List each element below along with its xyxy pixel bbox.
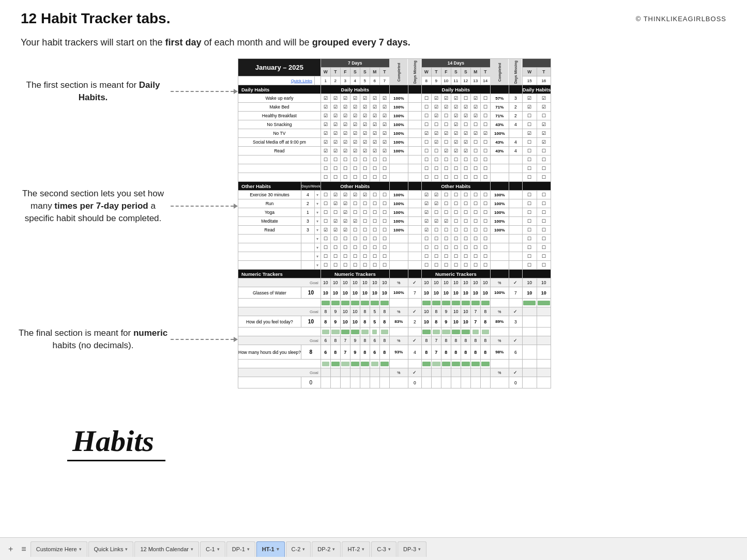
subtitle-text2: of each month and will be	[202, 37, 312, 48]
d2-f: F	[441, 68, 451, 76]
annotation-2-arrow	[171, 204, 238, 209]
sheets-menu-button[interactable]: ≡	[17, 545, 30, 554]
missing-2-header: Days Missing	[509, 59, 522, 85]
tab-dp3[interactable]: DP-3 ▾	[398, 541, 426, 557]
other-habits-label-left: Other Habits	[238, 182, 301, 191]
tab-c3-label: C-3	[377, 546, 386, 552]
daynum-6: 6	[370, 76, 379, 85]
seg3-label	[522, 59, 551, 68]
other-habit-yoga: Yoga 1 ▾ ☐☐☑☐☐☐☐ 100% ☑☐☐☐☐☐☐ 100% ☐☐	[238, 208, 551, 217]
oh-exercise-days: 4	[301, 191, 314, 199]
oh-meditate-dd[interactable]: ▾	[314, 217, 321, 226]
tracker-sleep-name-row: How many hours did you sleep? 8 6879868 …	[238, 345, 551, 360]
arrowhead-3	[234, 337, 238, 342]
daynum-8: 8	[421, 76, 431, 85]
wake-pct2: 57%	[490, 94, 509, 103]
other-habits-section: Other Habits Days/Week Other Habits Othe…	[238, 182, 551, 191]
tab-dp2-label: DP-2	[317, 546, 330, 552]
d1-t2: T	[379, 68, 389, 76]
arrowhead-2	[234, 204, 238, 209]
other-empty-4: ▾ ☐☐☐☐☐☐☐ ☐☐☐☐☐☐☐ ☐☐	[238, 261, 551, 270]
numeric-label-seg1: Numeric Trackers	[321, 270, 389, 278]
annotation-2: The second section lets you set how many…	[16, 188, 238, 224]
other-habit-exercise: Exercise 30 minutes 4 ▾ ☐☑☑☑☑☐☐ 100% ☑☑☐…	[238, 191, 551, 199]
habit-row-bed: Make Bed ☑☑☑☑☑☑☑ 100% ☐☑☑☑☑☑☐ 71%2 ☑☑	[238, 103, 551, 112]
d1-f: F	[340, 68, 350, 76]
empty-row-3: ☐☐☐☐☐☐☐ ☐☐☐☐☐☐☐ ☐☐	[238, 173, 551, 182]
tracker-water-bar-row	[238, 299, 551, 307]
other-habit-read: Read 3 ▾ ☑☑☑☐☐☐☐ 100% ☑☐☐☐☐☐☐ 100% ☐☐	[238, 226, 551, 235]
tab-ht1[interactable]: HT-1 ▾	[256, 541, 285, 557]
tab-quick-links-dropdown: ▾	[125, 547, 128, 552]
tab-c1[interactable]: C-1 ▾	[200, 541, 225, 557]
tab-customize-here[interactable]: Customize Here ▾	[31, 541, 87, 557]
7days-label: 7 Days	[321, 59, 389, 68]
sleep-goal-val: 8	[301, 345, 321, 360]
feel-goal-label: Goal	[238, 307, 321, 316]
daynum-7: 7	[379, 76, 389, 85]
daynum-1: 1	[321, 76, 330, 85]
tab-12-month-label: 12 Month Calendar	[140, 546, 189, 552]
habit-snacking-name: No Snacking	[238, 120, 321, 129]
daynum-11: 11	[451, 76, 461, 85]
tab-12-month-calendar[interactable]: 12 Month Calendar ▾	[134, 541, 199, 557]
tab-c2-label: C-2	[292, 546, 301, 552]
spreadsheet-area: January – 2025 7 Days Completed Days Mis…	[238, 58, 747, 497]
tab-c1-dropdown: ▾	[217, 547, 220, 552]
tab-dp3-label: DP-3	[403, 546, 416, 552]
tab-quick-links-label: Quick Links	[94, 546, 124, 552]
dashed-line-2	[171, 206, 234, 207]
oh-exercise-dd[interactable]: ▾	[314, 191, 321, 199]
d1-w: W	[321, 68, 330, 76]
add-sheet-button[interactable]: +	[4, 545, 17, 554]
completed-1-header: Completed	[389, 59, 408, 85]
tab-ht2-dropdown: ▾	[362, 547, 364, 552]
tab-c2-dropdown: ▾	[302, 547, 305, 552]
tracker-water-name-row: Glasses of Water 10 10101010101010 100%7…	[238, 287, 551, 299]
tracker-empty-goal-row: Goal %✓ %✓	[238, 368, 551, 377]
tab-c3[interactable]: C-3 ▾	[371, 541, 397, 557]
other-habits-label-seg1: Other Habits	[321, 182, 389, 191]
habits-logo: Habits	[72, 426, 154, 456]
tab-ht2[interactable]: HT-2 ▾	[342, 541, 370, 557]
tab-bar: + ≡ Customize Here ▾ Quick Links ▾ 12 Mo…	[0, 537, 747, 560]
annotation-3-text: The final section is meant for numeric h…	[16, 327, 171, 352]
tab-dp2[interactable]: DP-2 ▾	[312, 541, 341, 557]
water-goal-val: 10	[301, 287, 321, 299]
tracker-empty-name-row: 0 0 0	[238, 377, 551, 388]
tracker-water-goal-row: Goal 10101010101010 %✓ 10101010101010 %✓…	[238, 278, 551, 287]
oh-read-dd[interactable]: ▾	[314, 226, 321, 235]
annotation-3-arrow	[171, 337, 238, 342]
quick-links[interactable]: Quick Links	[238, 76, 315, 85]
subtitle: Your habit trackers will start on the fi…	[0, 32, 747, 58]
d3-w: W	[522, 68, 537, 76]
other-habit-meditate: Meditate 3 ▾ ☐☑☑☑☐☐☐ 100% ☑☑☑☐☐☐☐ 100% ☐…	[238, 217, 551, 226]
daynum-15: 15	[522, 76, 537, 85]
daily-habits-label-left: Daily Habits	[238, 85, 321, 94]
14days-label: 14 Days	[421, 59, 490, 68]
tab-dp1[interactable]: DP-1 ▾	[226, 541, 255, 557]
tab-quick-links[interactable]: Quick Links ▾	[88, 541, 134, 557]
empty-tracker-goal-label: Goal	[238, 368, 321, 377]
h1-d1[interactable]: ☑	[321, 94, 330, 103]
tracker-feel-goal-row: Goal 891010858 %✓ 1089101078 %✓	[238, 307, 551, 316]
tab-c2[interactable]: C-2 ▾	[286, 541, 311, 557]
dashed-line-3	[171, 339, 234, 340]
oh-run-dd[interactable]: ▾	[314, 199, 321, 208]
oh-read-days: 3	[301, 226, 314, 235]
habit-row-notv: No TV ☑☑☑☑☑☑☑ 100% ☑☑☑☑☑☑☑ 100% ☑☑	[238, 129, 551, 138]
empty-row-2: ☐☐☐☐☐☐☐ ☐☐☐☐☐☐☐ ☐☐	[238, 164, 551, 173]
tab-dp1-label: DP-1	[232, 546, 245, 552]
daynum-14: 14	[480, 76, 490, 85]
daynum-3: 3	[340, 76, 350, 85]
tracker-sleep-goal-row: Goal 6879868 %✓ 8788888 %✓	[238, 336, 551, 345]
header: 12 Habit Tracker tabs. © THINKLIKEAGIRLB…	[0, 0, 747, 32]
oh-yoga-dd[interactable]: ▾	[314, 208, 321, 217]
daily-habits-label-seg3: Daily Habits	[522, 85, 551, 94]
numeric-label-seg2: Numeric Trackers	[421, 270, 490, 278]
dashed-line-1	[171, 91, 234, 92]
wake-pct1: 100%	[389, 94, 408, 103]
sleep-goal-label: Goal	[238, 336, 321, 345]
tab-c3-dropdown: ▾	[388, 547, 391, 552]
days-week-label: Days/Week	[301, 182, 321, 191]
